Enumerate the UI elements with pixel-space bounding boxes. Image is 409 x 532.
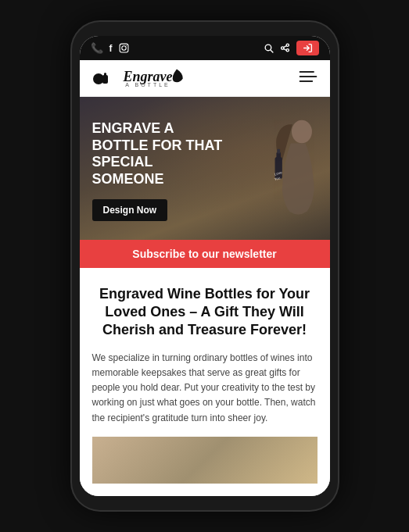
- section-body: We specialize in turning ordinary bottle…: [92, 351, 318, 426]
- hero-section: Love You ENGRAVE A BOTTLE FOR THAT SPECI…: [80, 97, 330, 239]
- newsletter-bar[interactable]: Subscribe to our newsletter: [80, 240, 330, 268]
- phone-icon[interactable]: 📞: [91, 42, 103, 54]
- device-frame: 📞 f: [72, 22, 338, 509]
- bottle-logo-icon: [92, 70, 124, 87]
- site-header: Engrave A BOTTLE: [80, 60, 330, 97]
- logo: Engrave A BOTTLE: [92, 68, 184, 88]
- bottom-image: [92, 437, 318, 484]
- svg-rect-10: [104, 73, 106, 77]
- search-icon[interactable]: [264, 43, 274, 53]
- design-now-button[interactable]: Design Now: [92, 199, 168, 221]
- top-bar-right: [264, 41, 319, 55]
- svg-line-6: [283, 46, 286, 48]
- svg-rect-0: [120, 44, 128, 52]
- top-bar: 📞 f: [80, 36, 330, 60]
- login-button[interactable]: [296, 41, 319, 55]
- share-icon[interactable]: [280, 43, 290, 53]
- svg-line-5: [283, 49, 286, 51]
- device-screen: 📞 f: [80, 36, 330, 495]
- main-content: Engraved Wine Bottles for Your Loved One…: [80, 268, 330, 496]
- facebook-icon[interactable]: f: [109, 43, 113, 54]
- svg-point-2: [125, 45, 126, 46]
- hero-content: ENGRAVE A BOTTLE FOR THAT SPECIAL SOMEON…: [92, 120, 318, 220]
- svg-point-8: [93, 73, 104, 84]
- instagram-icon[interactable]: [119, 43, 129, 53]
- section-title: Engraved Wine Bottles for Your Loved One…: [92, 285, 318, 340]
- logo-subtitle: A BOTTLE: [124, 82, 173, 87]
- svg-line-4: [270, 50, 272, 52]
- hero-title: ENGRAVE A BOTTLE FOR THAT SPECIAL SOMEON…: [92, 120, 228, 187]
- leaf-icon: [170, 68, 184, 85]
- top-bar-left: 📞 f: [91, 42, 129, 54]
- hamburger-menu-icon[interactable]: [299, 70, 318, 87]
- svg-point-1: [121, 46, 125, 50]
